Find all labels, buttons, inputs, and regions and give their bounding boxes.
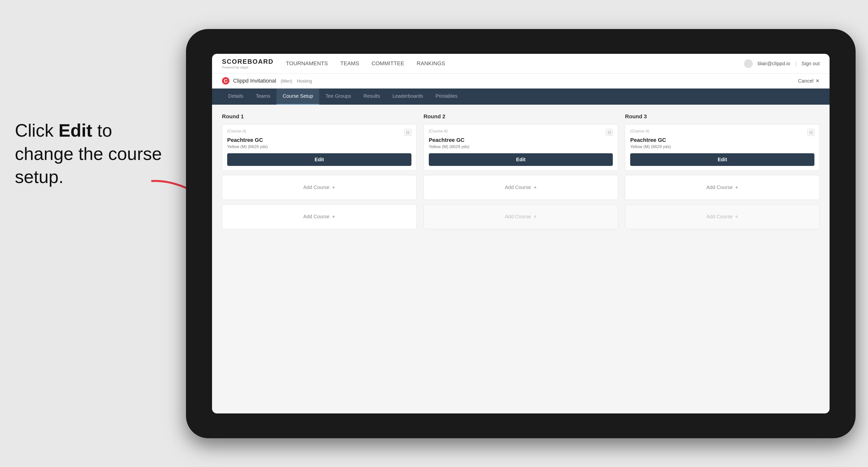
user-avatar bbox=[744, 59, 753, 68]
cancel-button[interactable]: Cancel ✕ bbox=[798, 78, 819, 84]
course-label: (Course A) bbox=[227, 129, 246, 133]
scoreboard-logo: SCOREBOARD Powered by clippd bbox=[222, 58, 274, 69]
tablet-screen: SCOREBOARD Powered by clippd TOURNAMENTS… bbox=[212, 54, 830, 413]
plus-icon: + bbox=[332, 184, 335, 191]
hosting-badge: Hosting bbox=[297, 79, 312, 84]
sign-out-link[interactable]: Sign out bbox=[802, 61, 819, 66]
delete-icon: ⊟ bbox=[406, 130, 410, 135]
tab-results[interactable]: Results bbox=[358, 89, 386, 105]
round-1-add-course-2[interactable]: Add Course + bbox=[222, 205, 416, 229]
add-course-text-3: Add Course + bbox=[505, 184, 537, 191]
course-card-header-3: (Course A) ⊟ bbox=[630, 129, 814, 136]
delete-icon-3: ⊟ bbox=[809, 130, 813, 135]
round-3-course-card: (Course A) ⊟ Peachtree GC Yellow (M) (66… bbox=[625, 124, 819, 170]
tab-course-setup[interactable]: Course Setup bbox=[277, 89, 319, 105]
round-1-add-course-1[interactable]: Add Course + bbox=[222, 175, 416, 200]
round-2-add-course-1[interactable]: Add Course + bbox=[424, 175, 618, 200]
nav-tournaments[interactable]: TOURNAMENTS bbox=[286, 59, 328, 68]
add-course-text-6: Add Course + bbox=[706, 214, 738, 220]
course-label-3: (Course A) bbox=[630, 129, 649, 133]
add-course-text-2: Add Course + bbox=[303, 214, 335, 220]
gender-badge: (Men) bbox=[281, 79, 292, 84]
top-navigation: SCOREBOARD Powered by clippd TOURNAMENTS… bbox=[212, 54, 830, 74]
course-details-3: Yellow (M) (6629 yds) bbox=[630, 144, 814, 149]
course-name: Peachtree GC bbox=[227, 137, 411, 143]
round-2-course-card: (Course A) ⊟ Peachtree GC Yellow (M) (66… bbox=[424, 124, 618, 170]
brand-logo: C bbox=[222, 77, 229, 85]
plus-icon-6: + bbox=[735, 214, 738, 220]
add-course-text-4: Add Course + bbox=[505, 214, 537, 220]
round-2-add-course-2: Add Course + bbox=[424, 205, 618, 229]
plus-icon-3: + bbox=[533, 184, 537, 191]
course-details-2: Yellow (M) (6629 yds) bbox=[429, 144, 613, 149]
tab-bar: Details Teams Course Setup Tee Groups Re… bbox=[212, 89, 830, 105]
course-card-header-2: (Course A) ⊟ bbox=[429, 129, 613, 136]
course-name-3: Peachtree GC bbox=[630, 137, 814, 143]
close-icon: ✕ bbox=[815, 78, 819, 84]
round-2-title: Round 2 bbox=[424, 113, 618, 120]
nav-committee[interactable]: COMMITTEE bbox=[372, 59, 404, 68]
round-3-edit-button[interactable]: Edit bbox=[630, 153, 814, 166]
round-1-title: Round 1 bbox=[222, 113, 416, 120]
plus-icon-2: + bbox=[332, 214, 335, 220]
course-delete-button-3[interactable]: ⊟ bbox=[807, 129, 814, 136]
annotation-text: Click Edit to change the course setup. bbox=[15, 119, 168, 189]
round-2-column: Round 2 (Course A) ⊟ Peachtree GC Yellow… bbox=[424, 113, 618, 234]
tournament-name: Clippd Invitational bbox=[233, 77, 276, 84]
nav-teams[interactable]: TEAMS bbox=[340, 59, 359, 68]
tab-leaderboards[interactable]: Leaderboards bbox=[386, 89, 429, 105]
logo-subtitle: Powered by clippd bbox=[222, 65, 274, 69]
logo-title: SCOREBOARD bbox=[222, 58, 274, 65]
user-info: blair@clippd.io | Sign out bbox=[744, 59, 819, 68]
round-1-column: Round 1 (Course A) ⊟ Peachtree GC Yellow… bbox=[222, 113, 416, 234]
tablet-device: SCOREBOARD Powered by clippd TOURNAMENTS… bbox=[186, 29, 856, 438]
course-details: Yellow (M) (6629 yds) bbox=[227, 144, 411, 149]
delete-icon-2: ⊟ bbox=[608, 130, 611, 135]
course-name-2: Peachtree GC bbox=[429, 137, 613, 143]
user-email: blair@clippd.io bbox=[757, 61, 790, 66]
main-content: Round 1 (Course A) ⊟ Peachtree GC Yellow… bbox=[212, 105, 830, 413]
plus-icon-5: + bbox=[735, 184, 738, 191]
round-3-add-course-1[interactable]: Add Course + bbox=[625, 175, 819, 200]
add-course-text: Add Course + bbox=[303, 184, 335, 191]
round-1-course-card: (Course A) ⊟ Peachtree GC Yellow (M) (66… bbox=[222, 124, 416, 170]
round-1-edit-button[interactable]: Edit bbox=[227, 153, 411, 166]
tab-printables[interactable]: Printables bbox=[429, 89, 464, 105]
separator: | bbox=[795, 61, 796, 66]
nav-rankings[interactable]: RANKINGS bbox=[416, 59, 445, 68]
breadcrumb-bar: C Clippd Invitational (Men) Hosting Canc… bbox=[212, 74, 830, 89]
course-label-2: (Course A) bbox=[429, 129, 448, 133]
course-card-header: (Course A) ⊟ bbox=[227, 129, 411, 136]
tab-details[interactable]: Details bbox=[222, 89, 249, 105]
nav-links: TOURNAMENTS TEAMS COMMITTEE RANKINGS bbox=[286, 59, 744, 68]
add-course-text-5: Add Course + bbox=[706, 184, 738, 191]
course-delete-button-2[interactable]: ⊟ bbox=[606, 129, 613, 136]
round-3-add-course-2: Add Course + bbox=[625, 205, 819, 229]
round-3-title: Round 3 bbox=[625, 113, 819, 120]
rounds-container: Round 1 (Course A) ⊟ Peachtree GC Yellow… bbox=[222, 113, 819, 234]
plus-icon-4: + bbox=[533, 214, 537, 220]
tab-tee-groups[interactable]: Tee Groups bbox=[319, 89, 357, 105]
tab-teams[interactable]: Teams bbox=[249, 89, 277, 105]
round-3-column: Round 3 (Course A) ⊟ Peachtree GC Yellow… bbox=[625, 113, 819, 234]
breadcrumb: Clippd Invitational (Men) Hosting bbox=[233, 77, 798, 84]
course-delete-button[interactable]: ⊟ bbox=[404, 129, 411, 136]
round-2-edit-button[interactable]: Edit bbox=[429, 153, 613, 166]
